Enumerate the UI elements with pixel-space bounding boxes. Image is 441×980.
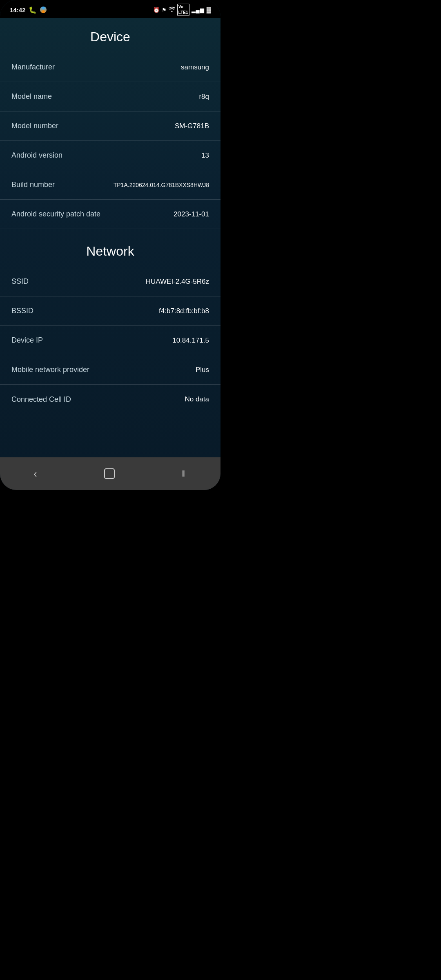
- model-number-value: SM-G781B: [175, 122, 209, 130]
- location-icon: ⚑: [162, 7, 167, 13]
- battery-icon: ▓: [207, 7, 211, 13]
- android-version-row: Android version 13: [0, 141, 220, 170]
- navigation-bar: ‹ ⫴: [0, 457, 220, 490]
- time-display: 14:42: [10, 7, 25, 13]
- device-ip-label: Device IP: [11, 336, 43, 345]
- security-patch-row: Android security patch date 2023-11-01: [0, 200, 220, 229]
- build-number-row: Build number TP1A.220624.014.G781BXXS8HW…: [0, 170, 220, 200]
- mobile-provider-label: Mobile network provider: [11, 365, 89, 374]
- manufacturer-row: Manufacturer samsung: [0, 53, 220, 82]
- bssid-value: f4:b7:8d:fb:bf:b8: [159, 307, 209, 315]
- bssid-row: BSSID f4:b7:8d:fb:bf:b8: [0, 296, 220, 326]
- build-number-value: TP1A.220624.014.G781BXXS8HWJ8: [114, 182, 209, 188]
- model-name-value: r8q: [199, 93, 209, 101]
- security-patch-label: Android security patch date: [11, 210, 100, 218]
- alarm-icon: ⏰: [153, 7, 160, 13]
- ssid-row: SSID HUAWEI-2.4G-5R6z: [0, 267, 220, 296]
- status-left: 14:42 🐛: [10, 6, 47, 14]
- bssid-label: BSSID: [11, 307, 33, 315]
- main-content: Device Manufacturer samsung Model name r…: [0, 18, 220, 457]
- device-ip-row: Device IP 10.84.171.5: [0, 326, 220, 355]
- wifi-icon: [169, 7, 175, 13]
- signal-bars: ▂▄▆: [192, 7, 205, 13]
- recents-button[interactable]: ⫴: [169, 464, 199, 483]
- status-icons: ⏰ ⚑ VoLTE1 ▂▄▆ ▓: [153, 4, 211, 16]
- device-ip-value: 10.84.171.5: [172, 336, 209, 345]
- model-name-row: Model name r8q: [0, 82, 220, 111]
- connected-cell-id-row: Connected Cell ID No data: [0, 385, 220, 414]
- home-button[interactable]: [92, 464, 127, 483]
- ssid-label: SSID: [11, 277, 29, 286]
- phone-frame: 14:42 🐛 ⏰ ⚑ VoLTE1 ▂▄▆ ▓ Device Manufact…: [0, 0, 220, 490]
- network-section-title: Network: [0, 229, 220, 267]
- device-section-title: Device: [0, 18, 220, 53]
- build-number-label: Build number: [11, 180, 55, 189]
- manufacturer-label: Manufacturer: [11, 63, 55, 71]
- mobile-provider-row: Mobile network provider Plus: [0, 355, 220, 385]
- connected-cell-id-label: Connected Cell ID: [11, 395, 71, 404]
- manufacturer-value: samsung: [181, 63, 209, 71]
- model-number-label: Model number: [11, 122, 58, 130]
- circle-icon: [40, 7, 47, 13]
- android-version-value: 13: [201, 151, 209, 160]
- back-button[interactable]: ‹: [21, 463, 49, 484]
- volte-icon: VoLTE1: [177, 4, 189, 16]
- status-bar: 14:42 🐛 ⏰ ⚑ VoLTE1 ▂▄▆ ▓: [0, 0, 220, 18]
- connected-cell-id-value: No data: [185, 395, 209, 403]
- android-version-label: Android version: [11, 151, 62, 160]
- ssid-value: HUAWEI-2.4G-5R6z: [146, 278, 209, 286]
- security-patch-value: 2023-11-01: [174, 210, 209, 218]
- home-icon: [104, 468, 115, 479]
- mobile-provider-value: Plus: [196, 366, 209, 374]
- bug-icon: 🐛: [29, 6, 37, 14]
- model-number-row: Model number SM-G781B: [0, 111, 220, 141]
- model-name-label: Model name: [11, 92, 52, 101]
